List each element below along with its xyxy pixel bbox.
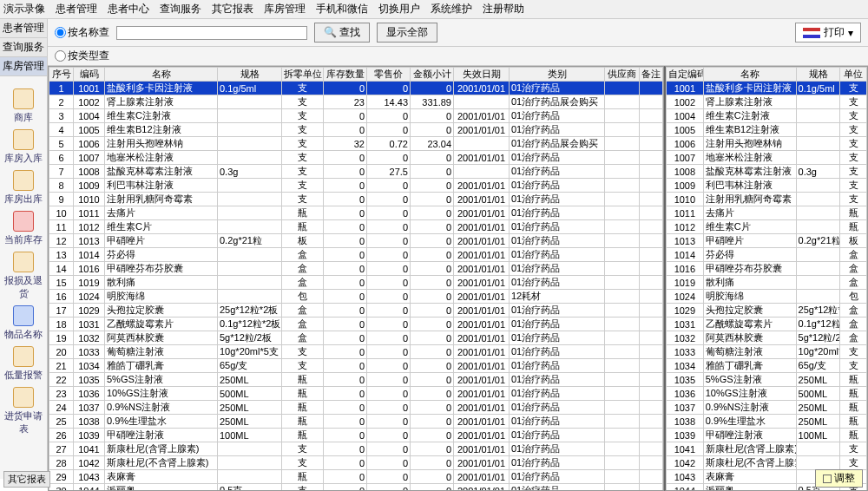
col-header[interactable]: 编码 [74,68,105,82]
table-row[interactable]: 11001盐酸利多卡因注射液0.1g/5ml支0002001/01/0101治疗… [49,82,663,95]
col-header[interactable]: 零售价 [367,68,411,82]
table-row[interactable]: 281042斯康杜尼(不含肾上腺素)支0002001/01/0101治疗药品 [49,456,663,470]
radio-by-name[interactable]: 按名称查 [55,25,109,40]
side-icon[interactable]: 库房入库 [0,129,47,165]
table-row[interactable]: 1019散利痛盒 [667,276,867,290]
table-row[interactable]: 1005维生素B12注射液支 [667,123,867,137]
table-row[interactable]: 1011去痛片瓶 [667,206,867,220]
col-header[interactable]: 金额小计 [411,68,454,82]
table-row[interactable]: 1042斯康杜尼(不含肾上腺素)支 [667,456,867,470]
table-row[interactable]: 71008盐酸克林霉素注射液0.3g支027.5001治疗药品 [49,165,663,179]
table-row[interactable]: 181031乙酰螺旋霉素片0.1g*12粒*2板盒0002001/01/0101… [49,318,663,331]
table-row[interactable]: 1014芬必得盒 [667,248,867,262]
table-row[interactable]: 1039甲硝唑注射液100ML瓶 [667,429,867,442]
side-icon[interactable]: 当前库存 [0,211,47,246]
table-row[interactable]: 301044派丽奥0.5克支0002001/01/0101治疗药品 [49,484,663,492]
table-row[interactable]: 1008盐酸克林霉素注射液0.3g支 [667,165,867,179]
left-tab[interactable]: 查询服务 [0,38,47,57]
col-header[interactable]: 供应商 [605,68,640,82]
menu-item[interactable]: 库房管理 [264,2,306,16]
col-header[interactable]: 拆零单位 [282,68,324,82]
side-icon[interactable]: 库房出库 [0,170,47,206]
table-row[interactable]: 1002肾上腺素注射液支 [667,95,867,109]
left-tab[interactable]: 库房管理 [0,57,47,76]
col-header[interactable]: 规格 [796,68,840,82]
col-header[interactable]: 自定编码 [667,68,704,82]
side-grid[interactable]: 自定编码名称规格单位 1001盐酸利多卡因注射液0.1g/5ml支1002肾上腺… [664,66,868,491]
table-row[interactable]: 121013甲硝唑片0.2g*21粒板0002001/01/0101治疗药品 [49,234,663,248]
table-row[interactable]: 1009利巴韦林注射液支 [667,179,867,193]
table-row[interactable]: 1013甲硝唑片0.2g*21粒板 [667,234,867,248]
menu-item[interactable]: 系统维护 [431,2,472,16]
table-row[interactable]: 1001盐酸利多卡因注射液0.1g/5ml支 [667,82,867,95]
table-row[interactable]: 1029头孢拉定胶囊25g*12粒*2板盒 [667,304,867,318]
table-row[interactable]: 141016甲硝唑芬布芬胶囊盒0002001/01/0101治疗药品 [49,262,663,276]
menu-item[interactable]: 切换用户 [378,2,420,16]
table-row[interactable]: 151019散利痛盒0002001/01/0101治疗药品 [49,276,663,290]
table-row[interactable]: 1007地塞米松注射液支 [667,151,867,165]
main-grid[interactable]: 序号编码名称规格拆零单位库存数量零售价金额小计失效日期类别供应商备注 11001… [48,66,664,491]
table-row[interactable]: 1031乙酰螺旋霉素片0.1g*12粒*2板盒 [667,318,867,331]
print-button[interactable]: 打印 ▾ [795,23,861,43]
bottom-tab-other[interactable]: 其它报表 [3,471,50,488]
menu-item[interactable]: 患者中心 [108,2,149,16]
table-row[interactable]: 161024明胶海绵包0002001/01/0112耗材 [49,290,663,304]
col-header[interactable]: 单位 [840,68,867,82]
side-icon[interactable]: 低量报警 [0,346,47,382]
table-row[interactable]: 2210355%GS注射液250ML瓶0002001/01/0101治疗药品 [49,373,663,387]
table-row[interactable]: 261039甲硝唑注射液100ML瓶0002001/01/0101治疗药品 [49,429,663,442]
side-icon[interactable]: 商库 [0,88,47,124]
find-button[interactable]: 🔍 查找 [314,23,370,43]
table-row[interactable]: 211034雅皓丁硼乳膏65g/支支0002001/01/0101治疗药品 [49,359,663,373]
table-row[interactable]: 271041新康杜尼(含肾上腺素)支0002001/01/0101治疗药品 [49,442,663,456]
col-header[interactable]: 库存数量 [324,68,367,82]
table-row[interactable]: 2510380.9%生理盐水250ML瓶0002001/01/0101治疗药品 [49,415,663,429]
table-row[interactable]: 1012维生素C片瓶 [667,220,867,234]
col-header[interactable]: 名称 [703,68,796,82]
col-header[interactable]: 类别 [510,68,605,82]
menu-item[interactable]: 患者管理 [56,2,97,16]
table-row[interactable]: 51006注射用头孢唑林钠支320.7223.0401治疗药品展会购买 [49,137,663,151]
col-header[interactable]: 名称 [105,68,218,82]
table-row[interactable]: 61007地塞米松注射液支0002001/01/0101治疗药品 [49,151,663,165]
table-row[interactable]: 1041新康杜尼(含肾上腺素)支 [667,442,867,456]
radio-by-type[interactable]: 按类型查 [55,49,861,63]
col-header[interactable]: 序号 [49,68,74,82]
table-row[interactable]: 191032阿莫西林胶囊5g*12粒/2板盒0002001/01/0101治疗药… [49,331,663,345]
table-row[interactable]: 2410370.9%NS注射液250ML瓶0002001/01/0101治疗药品 [49,401,663,415]
table-row[interactable]: 10370.9%NS注射液250ML瓶 [667,401,867,415]
search-input[interactable] [116,26,307,40]
table-row[interactable]: 111012维生素C片瓶0002001/01/0101治疗药品 [49,220,663,234]
table-row[interactable]: 1010注射用乳糖阿奇霉素支 [667,193,867,206]
table-row[interactable]: 201033葡萄糖注射液10g*20ml*5支支0002001/01/0101治… [49,345,663,359]
table-row[interactable]: 171029头孢拉定胶囊25g*12粒*2板盒0002001/01/0101治疗… [49,304,663,318]
table-row[interactable]: 103610%GS注射液500ML瓶 [667,387,867,401]
table-row[interactable]: 10380.9%生理盐水250ML瓶 [667,415,867,429]
table-row[interactable]: 23103610%GS注射液500ML瓶0002001/01/0101治疗药品 [49,387,663,401]
menu-item[interactable]: 手机和微信 [316,2,368,16]
show-all-button[interactable]: 显示全部 [377,23,437,43]
table-row[interactable]: 41005维生素B12注射液支0002001/01/0101治疗药品 [49,123,663,137]
table-row[interactable]: 1034雅皓丁硼乳膏65g/支支 [667,359,867,373]
table-row[interactable]: 10355%GS注射液250ML瓶 [667,373,867,387]
table-row[interactable]: 101011去痛片瓶0002001/01/0101治疗药品 [49,206,663,220]
col-header[interactable]: 失效日期 [454,68,510,82]
table-row[interactable]: 1024明胶海绵包 [667,290,867,304]
col-header[interactable]: 规格 [218,68,282,82]
menu-item[interactable]: 其它报表 [212,2,253,16]
table-row[interactable]: 91010注射用乳糖阿奇霉素支0002001/01/0101治疗药品 [49,193,663,206]
table-row[interactable]: 291043表麻膏瓶0002001/01/0101治疗药品 [49,470,663,484]
table-row[interactable]: 131014芬必得盒0002001/01/0101治疗药品 [49,248,663,262]
table-row[interactable]: 1006注射用头孢唑林钠支 [667,137,867,151]
side-icon[interactable]: 进货申请表 [0,387,47,435]
menu-item[interactable]: 演示录像 [3,2,45,16]
side-icon[interactable]: 物品名称 [0,305,47,341]
table-row[interactable]: 31004维生素C注射液支0002001/01/0101治疗药品 [49,109,663,123]
menu-item[interactable]: 注册帮助 [483,2,524,16]
col-header[interactable]: 备注 [640,68,663,82]
table-row[interactable]: 1004维生素C注射液支 [667,109,867,123]
side-icon[interactable]: 报损及退货 [0,252,47,300]
table-row[interactable]: 1032阿莫西林胶囊5g*12粒/2板盒 [667,331,867,345]
table-row[interactable]: 81009利巴韦林注射液支0002001/01/0101治疗药品 [49,179,663,193]
table-row[interactable]: 1016甲硝唑芬布芬胶囊盒 [667,262,867,276]
